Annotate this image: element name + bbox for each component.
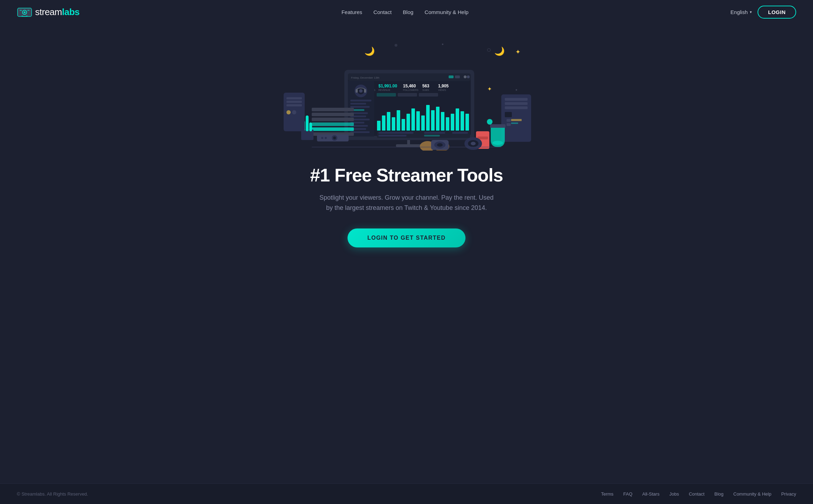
svg-text:563: 563 — [422, 84, 429, 88]
hero-title: #1 Free Streamer Tools — [310, 165, 503, 186]
svg-rect-40 — [419, 93, 438, 97]
footer: © Streamlabs. All Rights Reserved. Terms… — [0, 483, 813, 504]
svg-text:FOLLOWERS: FOLLOWERS — [403, 89, 418, 91]
footer-copyright: © Streamlabs. All Rights Reserved. — [17, 491, 88, 497]
svg-rect-42 — [382, 115, 385, 131]
hero-section: 🌙 🌙 ✦ ● ✦ ✦ ✦ ○ ● ✕ Friday, — [0, 24, 813, 483]
chevron-down-icon: ▾ — [750, 10, 752, 14]
svg-rect-85 — [312, 122, 354, 126]
svg-point-114 — [493, 141, 503, 145]
svg-point-115 — [487, 119, 493, 125]
svg-rect-111 — [511, 119, 522, 121]
svg-rect-84 — [312, 127, 354, 131]
footer-faq[interactable]: FAQ — [623, 491, 633, 497]
svg-rect-99 — [286, 97, 302, 99]
svg-point-63 — [359, 89, 363, 93]
svg-point-2 — [24, 11, 26, 13]
nav-features[interactable]: Features — [342, 9, 362, 15]
svg-rect-102 — [286, 110, 291, 114]
svg-rect-59 — [465, 114, 469, 131]
svg-rect-112 — [511, 122, 518, 124]
login-button[interactable]: LOGIN — [758, 6, 796, 19]
svg-rect-87 — [312, 113, 354, 116]
svg-rect-19 — [396, 144, 421, 147]
svg-rect-43 — [387, 112, 390, 131]
svg-point-126 — [437, 143, 443, 147]
svg-point-91 — [333, 137, 336, 139]
svg-point-27 — [467, 75, 470, 78]
svg-text:🌙: 🌙 — [364, 46, 375, 56]
svg-rect-66 — [350, 100, 371, 101]
language-label: English — [731, 9, 748, 15]
svg-rect-46 — [402, 119, 405, 131]
svg-rect-55 — [446, 117, 449, 131]
svg-point-26 — [464, 75, 467, 78]
svg-rect-4 — [27, 10, 29, 11]
svg-rect-68 — [350, 106, 370, 108]
svg-rect-103 — [292, 110, 296, 114]
svg-rect-58 — [461, 111, 464, 131]
footer-community-help[interactable]: Community & Help — [733, 491, 771, 497]
svg-rect-88 — [312, 108, 354, 111]
svg-rect-78 — [378, 132, 414, 134]
svg-rect-54 — [441, 112, 444, 131]
svg-rect-80 — [424, 132, 445, 134]
svg-text:🌙: 🌙 — [494, 46, 505, 56]
svg-rect-97 — [309, 122, 312, 131]
svg-rect-3 — [20, 10, 22, 11]
svg-rect-47 — [407, 114, 410, 131]
svg-point-120 — [471, 142, 476, 145]
hero-subtitle: Spotlight your viewers. Grow your channe… — [319, 193, 494, 213]
footer-all-stars[interactable]: All-Stars — [642, 491, 660, 497]
svg-text:○: ○ — [487, 45, 491, 54]
hero-illustration: 🌙 🌙 ✦ ● ✦ ✦ ✦ ○ ● ✕ Friday, — [277, 35, 536, 151]
footer-terms[interactable]: Terms — [601, 491, 613, 497]
svg-rect-79 — [378, 135, 407, 137]
svg-rect-100 — [286, 101, 302, 103]
footer-blog[interactable]: Blog — [714, 491, 723, 497]
svg-rect-82 — [452, 132, 468, 134]
svg-rect-108 — [505, 112, 512, 117]
svg-rect-44 — [392, 117, 395, 131]
svg-text:Friday, December 13th: Friday, December 13th — [351, 76, 379, 79]
svg-text:$1,991.00: $1,991.00 — [378, 84, 397, 88]
nav-community-help[interactable]: Community & Help — [425, 9, 469, 15]
svg-rect-38 — [377, 93, 396, 97]
footer-contact[interactable]: Contact — [689, 491, 705, 497]
svg-rect-113 — [490, 124, 505, 128]
svg-text:15,460: 15,460 — [403, 84, 416, 88]
logo-icon — [17, 6, 32, 19]
cta-button[interactable]: LOGIN TO GET STARTED — [348, 228, 465, 247]
svg-text:●: ● — [442, 42, 444, 46]
svg-point-92 — [321, 137, 323, 139]
svg-rect-81 — [424, 135, 440, 137]
svg-text:●: ● — [515, 88, 517, 92]
svg-rect-95 — [306, 115, 309, 131]
hero-svg: 🌙 🌙 ✦ ● ✦ ✦ ✦ ○ ● ✕ Friday, — [277, 35, 536, 151]
svg-rect-52 — [431, 110, 435, 131]
svg-rect-56 — [451, 114, 454, 131]
footer-links: Terms FAQ All-Stars Jobs Contact Blog Co… — [601, 491, 796, 497]
svg-point-93 — [325, 137, 327, 139]
nav-contact[interactable]: Contact — [374, 9, 392, 15]
footer-jobs[interactable]: Jobs — [669, 491, 679, 497]
svg-rect-48 — [411, 108, 415, 131]
svg-rect-49 — [416, 111, 420, 131]
svg-text:✦: ✦ — [515, 48, 521, 55]
svg-rect-104 — [501, 94, 531, 142]
svg-rect-53 — [436, 107, 439, 131]
svg-rect-57 — [456, 108, 459, 131]
svg-rect-86 — [312, 118, 354, 121]
language-selector[interactable]: English ▾ — [731, 9, 752, 15]
logo-link[interactable]: streamlabs — [17, 6, 80, 19]
svg-rect-25 — [455, 75, 460, 78]
nav-right: English ▾ LOGIN — [731, 6, 796, 19]
svg-rect-67 — [350, 103, 366, 105]
svg-rect-24 — [449, 75, 454, 78]
svg-rect-105 — [505, 98, 528, 101]
svg-point-5 — [395, 44, 397, 47]
svg-rect-65 — [364, 89, 366, 93]
svg-text:REVENUE: REVENUE — [378, 89, 390, 91]
nav-blog[interactable]: Blog — [403, 9, 414, 15]
footer-privacy[interactable]: Privacy — [781, 491, 796, 497]
